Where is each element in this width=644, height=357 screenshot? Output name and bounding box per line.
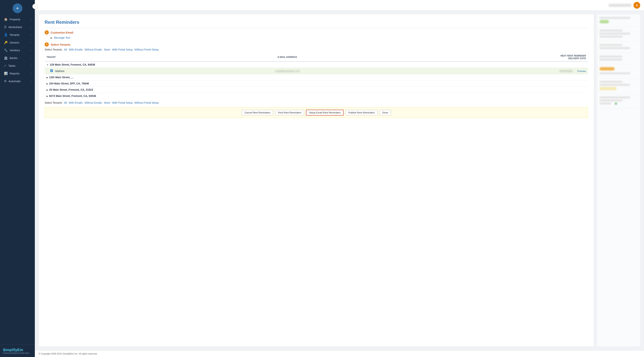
property-row-0[interactable]: ▼129 Main Street, Fremont, CA, 94536 xyxy=(45,62,588,68)
main-area: A Rent Reminders 1 Customize Email ▶ Mes… xyxy=(35,0,644,357)
owners-icon: 🔑 xyxy=(4,41,8,44)
tenant-name-0-0: Mathew xyxy=(55,70,64,73)
sidebar: ‹ + 🏠 Property › ☰ Worksheet › 👤 Tenants… xyxy=(0,0,35,357)
tasks-icon: ✓ xyxy=(4,64,6,68)
select-without-portal-top[interactable]: Without Portal Setup xyxy=(134,48,158,51)
sidebar-item-vendors[interactable]: 🔧 Vendors › xyxy=(0,46,35,54)
tenant-checkbox-0-0[interactable] xyxy=(50,69,53,72)
tenant-checkbox-cell: Mathew xyxy=(45,68,191,74)
sidebar-label-owners: Owners xyxy=(10,41,20,44)
tenant-email-cell: email@example.com xyxy=(191,68,384,74)
vendors-icon: 🔧 xyxy=(4,49,8,52)
sidebar-item-reports[interactable]: 📊 Reports › xyxy=(0,70,35,77)
select-none-top[interactable]: None xyxy=(104,48,110,51)
brand-tagline: Property Management Made Easy! xyxy=(3,352,32,354)
step1-number: 1 xyxy=(45,30,49,35)
sidebar-item-tasks[interactable]: ✓ Tasks › xyxy=(0,62,35,70)
select-all-top[interactable]: All xyxy=(64,48,67,51)
select-with-emails-bottom[interactable]: With Emails xyxy=(69,101,83,104)
tenant-row-0-0: Mathew email@example.com 00/00/0000 Prev… xyxy=(45,68,588,74)
property-row-3[interactable]: ▶25 Main Street, Fremont, CA, 21523 xyxy=(45,87,588,93)
select-without-portal-bottom[interactable]: Without Portal Setup xyxy=(134,101,158,104)
col-next-date: Next Rent ReminderDelivery Date xyxy=(384,53,588,62)
sidebar-brand: $implifyEm Property Management Made Easy… xyxy=(0,344,35,357)
sidebar-label-vendors: Vendors xyxy=(10,49,20,52)
chevron-right-icon: › xyxy=(31,49,32,52)
chevron-right-icon: › xyxy=(31,18,32,21)
brand-name: $implifyEm xyxy=(3,348,32,352)
select-without-emails-top[interactable]: Without Emails xyxy=(84,48,102,51)
add-button[interactable]: + xyxy=(12,4,22,13)
chevron-right-icon: › xyxy=(31,57,32,59)
step2-number: 2 xyxy=(45,43,49,47)
page-title: Rent Reminders xyxy=(45,20,588,25)
tenants-icon: 👤 xyxy=(4,33,8,37)
property-row-2[interactable]: ▶234 Main Street, DFF, CA, 75648 xyxy=(45,81,588,87)
copyright-text: © Copyright 2006-2024 SimplifyEm Inc. Al… xyxy=(38,352,97,355)
step2-label: Select Tenants xyxy=(51,43,70,46)
message-text-link[interactable]: Message Text xyxy=(54,36,70,39)
property-row-1[interactable]: ▶12th Main Street, , , xyxy=(45,74,588,81)
reports-icon: 📊 xyxy=(4,72,8,75)
sidebar-item-automate[interactable]: ⚙ Automate › xyxy=(0,77,35,85)
right-panel xyxy=(597,14,640,347)
select-tenants-label-top: Select Tenants: xyxy=(45,48,62,51)
sidebar-label-tenants: Tenants xyxy=(10,33,20,36)
sidebar-item-worksheet[interactable]: ☰ Worksheet › xyxy=(0,23,35,31)
tenant-date-cell: 00/00/0000 Preview xyxy=(384,68,588,74)
select-none-bottom[interactable]: None xyxy=(104,101,110,104)
chevron-right-icon: › xyxy=(31,65,32,67)
chevron-right-icon: › xyxy=(31,34,32,36)
select-with-portal-bottom[interactable]: With Portal Setup xyxy=(112,101,132,104)
select-tenants-label-bottom: Select Tenants: xyxy=(45,101,62,104)
sidebar-label-worksheet: Worksheet xyxy=(8,26,22,29)
chevron-right-icon: › xyxy=(31,42,32,44)
expand-icon: ▶ xyxy=(46,76,48,79)
sidebar-item-tenants[interactable]: 👤 Tenants › xyxy=(0,31,35,39)
sidebar-label-property: Property xyxy=(10,18,20,21)
sidebar-label-banks: Banks xyxy=(10,56,18,60)
sidebar-item-banks[interactable]: 🏦 Banks › xyxy=(0,54,35,62)
preview-link-0-0[interactable]: Preview xyxy=(577,70,586,73)
expand-icon: ▼ xyxy=(46,64,48,66)
print-rent-reminders-button[interactable]: Print Rent Reminders xyxy=(275,110,304,115)
banks-icon: 🏦 xyxy=(4,56,8,60)
property-row-4[interactable]: ▶8273 Main Street, Fremont, CA, 94536 xyxy=(45,93,588,99)
done-button[interactable]: Done xyxy=(380,110,391,115)
expand-icon: ▶ xyxy=(46,83,48,85)
col-email: E-Mail Address xyxy=(191,53,384,62)
sidebar-nav: 🏠 Property › ☰ Worksheet › 👤 Tenants › 🔑… xyxy=(0,16,35,344)
expand-icon: ▶ xyxy=(46,95,48,97)
main-panel: Rent Reminders 1 Customize Email ▶ Messa… xyxy=(38,14,594,347)
col-tenant: TENANT xyxy=(45,53,191,62)
action-bar: Cancel Rent Reminders Print Rent Reminde… xyxy=(45,107,588,118)
content-wrapper: Rent Reminders 1 Customize Email ▶ Messa… xyxy=(35,11,644,350)
expand-icon: ▶ xyxy=(46,89,48,91)
chevron-right-icon: › xyxy=(31,72,32,75)
sidebar-item-owners[interactable]: 🔑 Owners › xyxy=(0,39,35,46)
select-all-bottom[interactable]: All xyxy=(64,101,67,104)
sidebar-toggle-button[interactable]: ‹ xyxy=(32,4,38,9)
user-avatar[interactable]: A xyxy=(634,2,640,9)
automate-icon: ⚙ xyxy=(4,79,6,83)
setup-email-rent-reminders-button[interactable]: Setup Email Rent Reminders xyxy=(306,110,344,116)
select-tenants-bottom: Select Tenants: All With Emails Without … xyxy=(45,101,588,104)
step2-row: 2 Select Tenants xyxy=(45,43,588,47)
step1-row: 1 Customize Email xyxy=(45,30,588,35)
sidebar-item-property[interactable]: 🏠 Property › xyxy=(0,16,35,23)
select-tenants-top: Select Tenants: All With Emails Without … xyxy=(45,48,588,51)
select-without-emails-bottom[interactable]: Without Emails xyxy=(84,101,102,104)
worksheet-icon: ☰ xyxy=(4,25,6,29)
step1-label: Customize Email xyxy=(51,31,73,34)
sidebar-label-automate: Automate xyxy=(8,80,20,83)
select-with-portal-top[interactable]: With Portal Setup xyxy=(112,48,132,51)
chevron-right-icon: › xyxy=(31,26,32,28)
topbar: A xyxy=(35,0,644,11)
footer: © Copyright 2006-2024 SimplifyEm Inc. Al… xyxy=(35,350,644,357)
chevron-right-icon: › xyxy=(31,80,32,82)
cancel-rent-reminders-button[interactable]: Cancel Rent Reminders xyxy=(242,110,273,115)
tenant-email-0-0: email@example.com xyxy=(275,70,300,73)
select-with-emails-top[interactable]: With Emails xyxy=(69,48,83,51)
publish-rent-reminders-button[interactable]: Publish Rent Reminders xyxy=(346,110,378,115)
tenant-date-0-0: 00/00/0000 xyxy=(560,70,573,73)
